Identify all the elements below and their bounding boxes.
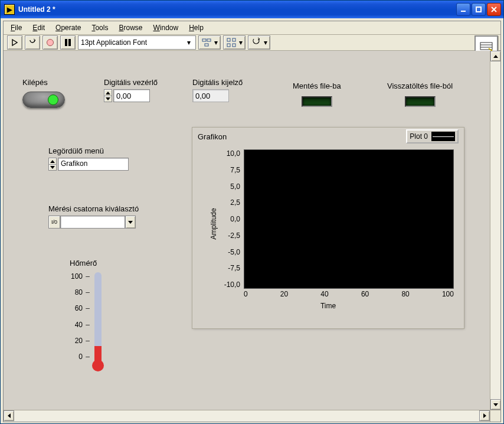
pause-icon xyxy=(65,39,71,46)
scale-tick: 20 xyxy=(70,337,90,345)
maximize-button[interactable] xyxy=(472,3,486,16)
app-icon: ▶ xyxy=(4,4,15,15)
scroll-track[interactable] xyxy=(490,61,500,399)
kilepes-switch[interactable] xyxy=(22,92,65,108)
plot-legend[interactable]: Plot 0 xyxy=(406,129,459,143)
graph-x-axis-label: Time xyxy=(193,302,463,310)
kilepes-label: Kilépés xyxy=(22,78,48,87)
minimize-button[interactable] xyxy=(456,3,470,16)
homero-label: Hőmérő xyxy=(70,259,97,268)
close-button[interactable] xyxy=(487,3,501,16)
switch-knob-icon xyxy=(48,94,58,105)
run-continuous-button[interactable] xyxy=(25,35,40,50)
chevron-down-icon: ▾ xyxy=(185,38,193,47)
thermometer-fill xyxy=(94,346,102,361)
menu-window[interactable]: Window xyxy=(148,22,183,33)
digital-control-label: Digitális vezérlő xyxy=(104,78,158,87)
scroll-track[interactable] xyxy=(14,410,479,422)
font-selector[interactable]: 13pt Application Font ▾ xyxy=(78,35,196,50)
distribute-objects-button[interactable]: ▾ xyxy=(223,35,246,50)
svg-rect-4 xyxy=(202,39,206,41)
scroll-down-button[interactable] xyxy=(490,399,500,410)
thermometer-scale: 100 80 60 40 20 0 xyxy=(70,272,90,361)
thermometer-bulb xyxy=(92,360,104,371)
digital-control-spinner[interactable] xyxy=(104,89,112,102)
font-label: 13pt Application Font xyxy=(81,38,147,47)
waveform-graph: Grafikon Plot 0 Amplitude 10,0 7,5 5,0 2… xyxy=(192,128,464,328)
digital-indicator-label: Digitális kijelző xyxy=(192,78,243,87)
scroll-up-button[interactable] xyxy=(490,51,500,61)
window-title: Untitled 2 * xyxy=(18,5,456,14)
y-tick: 2,5 xyxy=(214,198,240,207)
legordulo-label: Legördülő menü xyxy=(48,146,104,155)
visszatoltes-led-button[interactable] xyxy=(405,96,436,107)
align-objects-button[interactable]: ▾ xyxy=(198,35,221,50)
meresi-dropdown-button[interactable] xyxy=(125,216,136,229)
mentes-label: Mentés file-ba xyxy=(293,81,341,90)
homero-group: Hőmérő 100 80 60 40 20 0 xyxy=(70,259,117,371)
digital-indicator-output xyxy=(192,89,229,102)
svg-rect-11 xyxy=(480,43,492,50)
digital-indicator-group: Digitális kijelző xyxy=(192,78,243,102)
menu-operate[interactable]: Operate xyxy=(51,22,86,33)
increment-button[interactable] xyxy=(48,158,57,164)
scale-tick: 100 xyxy=(70,272,90,281)
mentes-group: Mentés file-ba xyxy=(293,81,341,107)
decrement-button[interactable] xyxy=(104,96,112,102)
scale-tick: 80 xyxy=(70,288,90,296)
pause-button[interactable] xyxy=(60,35,76,50)
plot-legend-label: Plot 0 xyxy=(410,132,428,141)
x-tick: 0 xyxy=(244,290,248,301)
digital-control-input[interactable] xyxy=(113,89,150,102)
menu-tools[interactable]: Tools xyxy=(87,22,113,33)
vertical-scrollbar[interactable] xyxy=(490,51,500,410)
meresi-label: Mérési csatorna kiválasztó xyxy=(48,204,139,213)
legordulo-spinner[interactable] xyxy=(48,158,57,171)
scroll-left-button[interactable] xyxy=(4,410,14,421)
scale-tick: 40 xyxy=(70,321,90,329)
chevron-down-icon: ▾ xyxy=(214,38,218,47)
meresi-value[interactable] xyxy=(60,216,125,229)
svg-rect-5 xyxy=(207,39,211,41)
y-tick: -5,0 xyxy=(214,248,240,256)
chevron-down-icon xyxy=(128,221,133,224)
svg-rect-9 xyxy=(227,44,230,47)
meresi-group: Mérési csatorna kiválasztó I/0 xyxy=(48,204,139,229)
legordulo-value[interactable]: Grafikon xyxy=(58,158,129,171)
mentes-led-button[interactable] xyxy=(302,96,332,107)
x-tick: 40 xyxy=(320,290,328,301)
plot-area[interactable] xyxy=(244,149,454,289)
svg-rect-10 xyxy=(233,44,235,47)
kilepes-control-group: Kilépés xyxy=(22,78,65,108)
chevron-down-icon: ▾ xyxy=(264,38,267,47)
increment-button[interactable] xyxy=(104,89,112,96)
y-tick: -10,0 xyxy=(214,281,240,289)
y-tick: -7,5 xyxy=(214,264,240,272)
menu-browse[interactable]: Browse xyxy=(114,22,147,33)
abort-button[interactable] xyxy=(42,35,58,50)
visszatoltes-group: Visszatöltés file-ból xyxy=(387,81,453,107)
front-panel: Kilépés Digitális vezérlő xyxy=(4,51,490,410)
menubar: File Edit Operate Tools Browse Window He… xyxy=(4,21,500,34)
y-tick: 7,5 xyxy=(214,166,240,174)
run-button[interactable] xyxy=(7,35,22,50)
menu-edit[interactable]: Edit xyxy=(28,22,50,33)
decrement-button[interactable] xyxy=(48,164,57,171)
scale-tick: 60 xyxy=(70,304,90,312)
y-tick: 5,0 xyxy=(214,182,240,191)
titlebar: ▶ Untitled 2 * xyxy=(1,1,503,18)
horizontal-scrollbar[interactable] xyxy=(4,410,490,422)
x-tick: 60 xyxy=(361,290,369,301)
io-channel-icon: I/0 xyxy=(48,216,60,229)
y-tick: 10,0 xyxy=(214,149,240,158)
legordulo-group: Legördülő menü Grafikon xyxy=(48,146,129,171)
menu-help[interactable]: Help xyxy=(184,22,208,33)
reorder-button[interactable]: ▾ xyxy=(248,35,270,50)
y-tick: 0,0 xyxy=(214,215,240,223)
thermometer-graphic: 100 80 60 40 20 0 xyxy=(70,272,117,371)
menu-file[interactable]: File xyxy=(6,22,27,33)
scale-tick: 0 xyxy=(70,353,90,361)
scroll-right-button[interactable] xyxy=(479,410,490,421)
svg-rect-1 xyxy=(476,7,481,12)
x-tick: 80 xyxy=(401,290,409,301)
